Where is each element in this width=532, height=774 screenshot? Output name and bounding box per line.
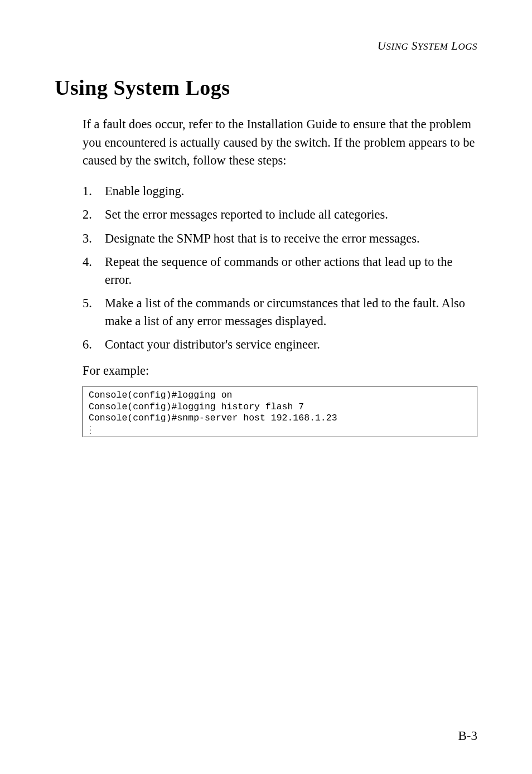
code-line: Console(config)#logging history flash 7 [89,401,304,412]
step-item: Repeat the sequence of commands or other… [83,253,477,288]
step-item: Contact your distributor's service engin… [83,336,477,354]
header-text: USING SYSTEM LOGS [378,39,477,52]
intro-paragraph: If a fault does occur, refer to the Inst… [83,115,477,170]
running-header: USING SYSTEM LOGS [55,39,477,53]
page-title: Using System Logs [55,75,477,100]
steps-list: Enable logging. Set the error messages r… [83,182,477,354]
step-item: Enable logging. [83,182,477,200]
step-item: Set the error messages reported to inclu… [83,206,477,224]
vertical-ellipsis-icon: . . . [89,424,471,434]
page-number: B-3 [458,729,478,743]
step-item: Make a list of the commands or circumsta… [83,294,477,330]
example-label: For example: [83,364,477,378]
code-example: Console(config)#logging on Console(confi… [83,386,477,437]
code-line: Console(config)#snmp-server host 192.168… [89,413,337,423]
code-line: Console(config)#logging on [89,390,232,400]
step-item: Designate the SNMP host that is to recei… [83,230,477,248]
